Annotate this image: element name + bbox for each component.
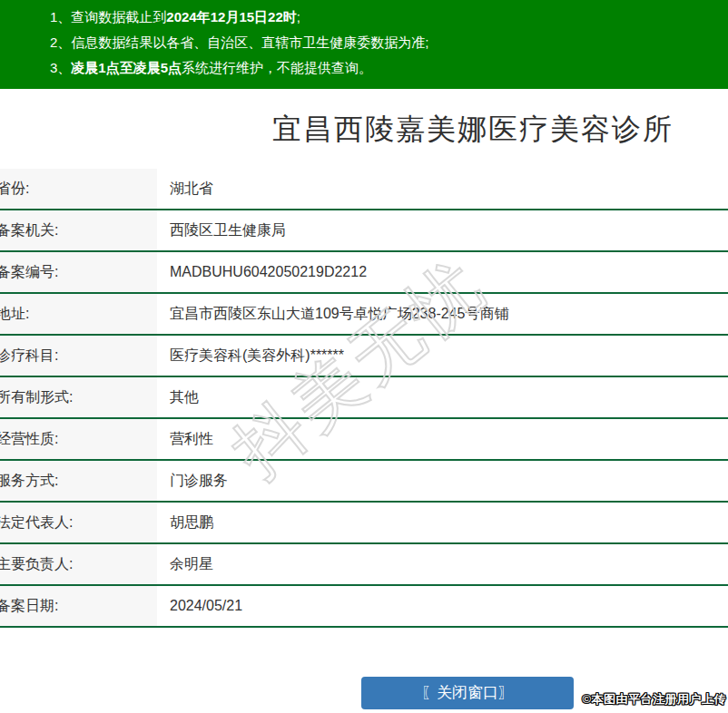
notice-text-bold: 凌晨1点至凌晨5点 — [71, 60, 182, 75]
field-label: 地址: — [0, 294, 157, 334]
table-row-filing-date: 备案日期: 2024/05/21 — [0, 586, 728, 628]
notice-text: 信息数据结果以各省、自治区、直辖市卫生健康委数据为准; — [71, 34, 428, 50]
field-label: 主要负责人: — [0, 544, 157, 584]
table-row-medical-subjects: 诊疗科目: 医疗美容科(美容外科)****** — [0, 336, 728, 377]
table-row-filing-number: 备案编号: MADBUHU6042050219D2212 — [0, 252, 728, 294]
field-value: 门诊服务 — [157, 461, 728, 501]
notice-item-3: 3、凌晨1点至凌晨5点系统进行维护，不能提供查询。 — [50, 55, 719, 81]
field-label: 省份: — [0, 169, 157, 209]
notice-number: 3、 — [50, 60, 71, 75]
notice-text: 查询数据截止到 — [71, 9, 166, 24]
notice-text-bold: 2024年12月15日22时 — [166, 9, 296, 24]
table-row-service-mode: 服务方式: 门诊服务 — [0, 461, 728, 503]
page-title: 宜昌西陵嘉美娜医疗美容诊所 — [109, 112, 728, 146]
table-row-filing-authority: 备案机关: 西陵区卫生健康局 — [0, 210, 728, 252]
notice-text: ; — [297, 9, 300, 24]
table-row-principal: 主要负责人: 余明星 — [0, 544, 728, 586]
field-label: 备案机关: — [0, 210, 157, 250]
field-value: 宜昌市西陵区东山大道109号卓悦广场238-245号商铺 — [157, 294, 728, 334]
notice-number: 1、 — [50, 9, 71, 24]
field-label: 所有制形式: — [0, 377, 157, 417]
field-value: 其他 — [157, 377, 728, 417]
field-label: 法定代表人: — [0, 503, 157, 542]
notice-number: 2、 — [50, 34, 71, 50]
field-value: 余明星 — [157, 544, 728, 584]
close-window-button[interactable]: 〖关闭窗口〗 — [361, 677, 574, 709]
field-value: 医疗美容科(美容外科)****** — [157, 336, 728, 376]
upload-credit-watermark: ©本图由平台注册用户上传 — [582, 691, 726, 708]
notice-item-2: 2、信息数据结果以各省、自治区、直辖市卫生健康委数据为准; — [50, 30, 719, 55]
record-table: 省份: 湖北省 备案机关: 西陵区卫生健康局 备案编号: MADBUHU6042… — [0, 169, 728, 628]
field-value: 胡思鹏 — [157, 503, 728, 542]
table-row-operating-nature: 经营性质: 营利性 — [0, 419, 728, 461]
table-row-province: 省份: 湖北省 — [0, 169, 728, 210]
notice-banner: 1、查询数据截止到2024年12月15日22时; 2、信息数据结果以各省、自治区… — [0, 0, 728, 89]
field-value: 2024/05/21 — [157, 586, 728, 626]
table-row-legal-representative: 法定代表人: 胡思鹏 — [0, 503, 728, 544]
table-row-address: 地址: 宜昌市西陵区东山大道109号卓悦广场238-245号商铺 — [0, 294, 728, 336]
field-label: 诊疗科目: — [0, 336, 157, 376]
field-label: 备案编号: — [0, 252, 157, 292]
field-value: 湖北省 — [157, 169, 728, 209]
field-label: 备案日期: — [0, 586, 157, 626]
table-row-ownership-type: 所有制形式: 其他 — [0, 377, 728, 419]
field-value: 西陵区卫生健康局 — [157, 210, 728, 250]
field-value: MADBUHU6042050219D2212 — [157, 252, 728, 292]
field-label: 经营性质: — [0, 419, 157, 459]
notice-item-1: 1、查询数据截止到2024年12月15日22时; — [50, 5, 719, 30]
notice-text: 系统进行维护，不能提供查询。 — [182, 60, 372, 75]
field-value: 营利性 — [157, 419, 728, 459]
field-label: 服务方式: — [0, 461, 157, 501]
